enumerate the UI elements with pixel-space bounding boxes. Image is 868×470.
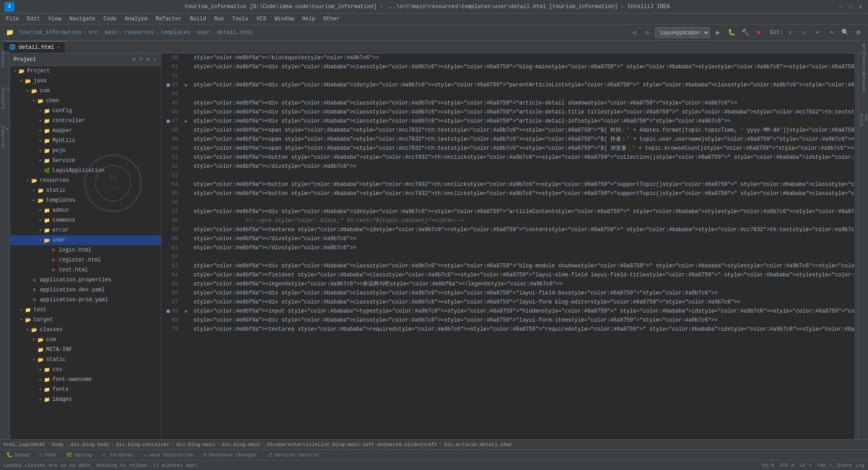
tree-item-20[interactable]: Htest.html <box>10 265 161 275</box>
menu-item-code[interactable]: Code <box>100 15 120 23</box>
project-panel-icon[interactable]: 1: Project <box>1 55 9 63</box>
tree-item-25[interactable]: ▾📂target <box>10 315 161 325</box>
status-indent[interactable]: Tab ÷ <box>817 463 832 468</box>
back-button[interactable]: ◁ <box>628 27 640 38</box>
status-encoding[interactable]: UTF-8 <box>779 463 794 468</box>
tree-item-1[interactable]: ▾📂java <box>10 76 161 86</box>
tree-item-11[interactable]: ▾📂resources <box>10 176 161 185</box>
notifications-icon[interactable]: Notifications <box>859 55 868 63</box>
tree-item-5[interactable]: ▾📁controller <box>10 116 161 126</box>
stop-button[interactable]: ■ <box>753 27 764 38</box>
maximize-button[interactable]: □ <box>847 4 854 10</box>
menu-item-tools[interactable]: Tools <box>229 15 252 23</box>
db-changes-tab[interactable]: ⟳Database Changes <box>198 450 261 460</box>
tree-item-14[interactable]: ▾📁admin <box>10 205 161 215</box>
minimize-button[interactable]: ─ <box>837 4 844 10</box>
tree-item-18[interactable]: Hlogin.html <box>10 245 161 255</box>
tree-item-6[interactable]: ▾📁mapper <box>10 126 161 136</box>
tree-item-30[interactable]: ▾📁css <box>10 365 161 375</box>
menu-item-run[interactable]: Run <box>211 15 228 23</box>
tree-item-21[interactable]: ⚙application.properties <box>10 275 161 285</box>
tree-item-23[interactable]: ≡application-prod.yaml <box>10 295 161 305</box>
menu-item-window[interactable]: Window <box>271 15 297 23</box>
tree-item-2[interactable]: ▾📂com <box>10 86 161 96</box>
tree-item-26[interactable]: ▾📂classes <box>10 325 161 335</box>
menu-item-edit[interactable]: Edit <box>24 15 44 23</box>
todo-tab[interactable]: ☑TODO <box>35 450 61 460</box>
breadcrumb-item-5[interactable]: user <box>197 29 210 36</box>
code-scroll-area[interactable]: 4041424344454647484950515253545556575859… <box>161 53 854 439</box>
breadcrumb-item-0[interactable]: tourism_information <box>19 29 81 36</box>
tree-item-17[interactable]: ▾📂user <box>10 235 161 245</box>
git-check-1[interactable]: ✓ <box>785 27 797 38</box>
bc-blog-body[interactable]: div.blog-body <box>71 442 109 447</box>
tree-item-13[interactable]: ▾📂templates <box>10 195 161 205</box>
tree-item-32[interactable]: ▾📁fonts <box>10 385 161 394</box>
tree-item-12[interactable]: ▾📁static <box>10 185 161 195</box>
debug-button[interactable]: 🐛 <box>726 27 737 38</box>
build-button[interactable]: 🔨 <box>739 27 751 38</box>
tree-item-31[interactable]: ▾📁font-awesome <box>10 375 161 385</box>
run-config-select[interactable]: LayuiApplication <box>655 27 710 38</box>
status-line-ending[interactable]: LF ÷ <box>800 463 811 468</box>
debug-tab[interactable]: 🐛Debug <box>2 450 34 460</box>
database-icon[interactable]: Database <box>859 79 868 87</box>
spring-tab[interactable]: 🌿Spring <box>61 450 97 460</box>
bc-main1[interactable]: div.blog-main <box>176 442 215 447</box>
redo-button[interactable]: ↷ <box>826 27 837 38</box>
terminal-tab[interactable]: >_Terminal <box>98 450 138 460</box>
tree-item-22[interactable]: ≡application-dev.yaml <box>10 285 161 295</box>
close-tree-button[interactable]: ✕ <box>152 55 157 64</box>
breadcrumb-item-2[interactable]: main <box>105 29 118 36</box>
status-position[interactable]: 52:9 <box>762 463 774 468</box>
favorites-panel-icon[interactable]: ★ Favorites <box>1 133 9 141</box>
settings-button[interactable]: ⚙ <box>853 27 864 38</box>
menu-item-help[interactable]: Help <box>298 15 319 23</box>
bc-html[interactable]: html.loginHtml <box>4 442 45 447</box>
tree-item-28[interactable]: 📁META-INF <box>10 345 161 355</box>
tree-item-33[interactable]: ▾📁images <box>10 394 161 404</box>
bc-main2[interactable]: div.blog-main <box>222 442 260 447</box>
tree-item-4[interactable]: ▾📁config <box>10 106 161 116</box>
tab-close-button[interactable]: ✕ <box>57 45 60 50</box>
code-content[interactable]: style="color:#e8bf6a"></blockquotestyle=… <box>190 53 854 439</box>
close-button[interactable]: ✕ <box>857 4 863 10</box>
forward-button[interactable]: ▷ <box>642 27 653 38</box>
tree-item-19[interactable]: Hregister.html <box>10 255 161 265</box>
project-icon[interactable]: 📁 <box>4 27 15 38</box>
tree-item-10[interactable]: 🌿LayuiApplication <box>10 166 161 176</box>
tree-item-24[interactable]: ▾📁test <box>10 305 161 315</box>
menu-item-build[interactable]: Build <box>186 15 210 23</box>
run-button[interactable]: ▶ <box>712 27 724 38</box>
collapse-button[interactable]: ≡ <box>138 55 143 64</box>
bc-container[interactable]: div.blog-container <box>116 442 170 447</box>
settings-tree-button[interactable]: ⚙ <box>146 55 151 64</box>
menu-item-file[interactable]: File <box>2 15 23 23</box>
bc-body[interactable]: body <box>52 442 64 447</box>
tree-item-15[interactable]: ▾📁commons <box>10 215 161 225</box>
java-enterprise-tab[interactable]: ☕Java Enterprise <box>139 450 198 460</box>
tree-item-0[interactable]: ▾📂Project <box>10 66 161 76</box>
git-check-2[interactable]: ✓ <box>798 27 810 38</box>
tree-item-9[interactable]: ▾📁Service <box>10 156 161 166</box>
breadcrumb-item-1[interactable]: src <box>88 29 98 36</box>
tree-item-7[interactable]: ▾📁MyUtils <box>10 136 161 146</box>
tree-item-3[interactable]: ▾📂chen <box>10 96 161 106</box>
breadcrumb-item-3[interactable]: resources <box>125 29 154 36</box>
tab-detail-html[interactable]: 🌐 detail.html ✕ <box>4 41 66 53</box>
structure-panel-icon[interactable]: 2: Structure <box>1 94 9 102</box>
menu-item-refactor[interactable]: Refactor <box>152 15 185 23</box>
bc-article-detail[interactable]: div.article-detail.shac <box>444 442 513 447</box>
menu-item-analyze[interactable]: Analyze <box>121 15 151 23</box>
locate-button[interactable]: ⊕ <box>132 55 137 64</box>
menu-item-other[interactable]: Other <box>320 15 343 23</box>
ant-build-icon[interactable]: Ant Build <box>859 116 868 124</box>
tree-item-8[interactable]: ▾📁pojo <box>10 146 161 156</box>
tree-item-16[interactable]: ▾📁error <box>10 225 161 235</box>
menu-item-view[interactable]: View <box>45 15 65 23</box>
menu-item-navigate[interactable]: Navigate <box>66 15 99 23</box>
breadcrumb-item-4[interactable]: templates <box>161 29 190 36</box>
tree-item-29[interactable]: ▾📂static <box>10 355 161 365</box>
version-control-tab[interactable]: ⎇Version Control <box>262 450 324 460</box>
tree-item-27[interactable]: ▾📂com <box>10 335 161 345</box>
